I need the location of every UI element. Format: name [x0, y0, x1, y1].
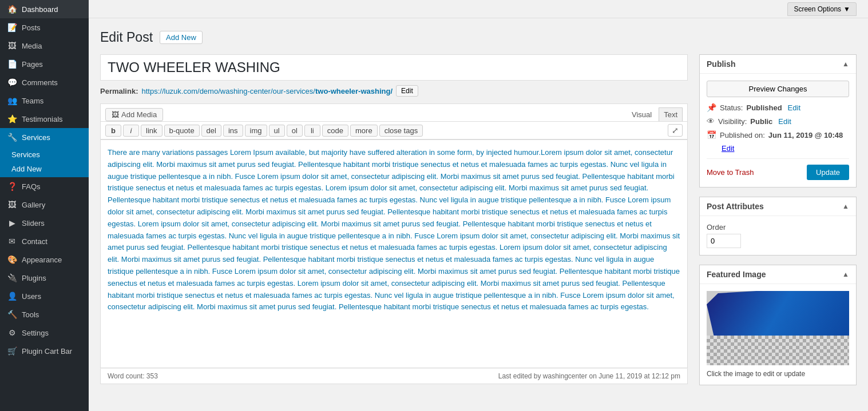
published-edit-link[interactable]: Edit: [722, 144, 734, 153]
featured-image-box: Featured Image ▲ Click the image to edit…: [699, 265, 857, 385]
sidebar-item-label: Tools: [22, 310, 39, 319]
format-bold-button[interactable]: b: [105, 125, 121, 137]
sidebar-item-plugin-cart-bar[interactable]: 🛒 Plugin Cart Bar: [0, 342, 89, 360]
format-toolbar: b i link b-quote del ins img ul ol li co…: [101, 122, 687, 139]
word-count: Word count: 353: [108, 372, 158, 380]
sidebar-item-services[interactable]: 🔧 Services: [0, 128, 89, 146]
sidebar-item-label: FAQs: [22, 182, 41, 191]
contact-icon: ✉: [7, 237, 17, 246]
sidebar-item-gallery[interactable]: 🖼 Gallery: [0, 195, 89, 214]
permalink-row: Permalink: https://luzuk.com/demo/washin…: [100, 85, 688, 97]
sidebar-item-label: Services: [22, 133, 50, 142]
expand-editor-button[interactable]: ⤢: [668, 124, 683, 137]
plugins-icon: 🔌: [7, 273, 17, 282]
featured-image-collapse-arrow[interactable]: ▲: [842, 270, 849, 278]
sidebar-item-label: Teams: [22, 97, 43, 105]
settings-icon: ⚙: [7, 328, 17, 337]
format-ul-button[interactable]: ul: [269, 125, 285, 137]
last-edited: Last edited by washingcenter on June 11,…: [498, 372, 680, 380]
sidebar-item-faqs[interactable]: ❓ FAQs: [0, 177, 89, 195]
sidebar-item-label: Testimonials: [22, 115, 63, 123]
sidebar-item-posts[interactable]: 📝 Posts: [0, 18, 89, 37]
sidebar-item-label: Gallery: [22, 201, 45, 209]
post-attributes-collapse-arrow[interactable]: ▲: [842, 202, 849, 210]
format-more-button[interactable]: more: [350, 125, 378, 137]
permalink-link[interactable]: https://luzuk.com/demo/washing-center/ou…: [141, 87, 393, 95]
format-bquote-button[interactable]: b-quote: [164, 125, 200, 137]
teams-icon: 👥: [7, 96, 17, 105]
sidebar-item-pages[interactable]: 📄 Pages: [0, 55, 89, 73]
status-icon: 📌: [707, 103, 716, 112]
permalink-label: Permalink:: [100, 87, 138, 95]
visibility-label: Visibility:: [718, 117, 747, 126]
featured-image-thumb[interactable]: [707, 291, 849, 365]
permalink-edit-button[interactable]: Edit: [396, 85, 418, 97]
add-new-button[interactable]: Add New: [160, 31, 203, 44]
format-img-button[interactable]: img: [245, 125, 267, 137]
published-label: Published on:: [720, 131, 765, 139]
editor-footer: Word count: 353 Last edited by washingce…: [100, 368, 688, 384]
visibility-row: 👁 Visibility: Public Edit: [707, 117, 849, 126]
sidebar-item-settings[interactable]: ⚙ Settings: [0, 324, 89, 342]
topbar: Screen Options ▼: [89, 0, 868, 18]
publish-actions: Move to Trash Update: [707, 158, 849, 180]
visibility-edit-link[interactable]: Edit: [778, 117, 791, 126]
posts-icon: 📝: [7, 23, 17, 32]
update-button[interactable]: Update: [807, 165, 849, 180]
sidebar-item-label: Sliders: [22, 219, 45, 228]
format-del-button[interactable]: del: [201, 125, 221, 137]
editor-content[interactable]: There are many variations passages Lorem…: [100, 139, 688, 368]
post-attributes-header: Post Attributes ▲: [700, 197, 856, 216]
sidebar-item-dashboard[interactable]: 🏠 Dashboard: [0, 0, 89, 18]
sidebar-item-appearance[interactable]: 🎨 Appearance: [0, 250, 89, 269]
services-all-label: Services: [11, 150, 40, 159]
format-close-tags-button[interactable]: close tags: [379, 125, 423, 137]
move-to-trash-link[interactable]: Move to Trash: [707, 168, 754, 177]
sidebar-item-media[interactable]: 🖼 Media: [0, 37, 89, 55]
sidebar-item-label: Dashboard: [22, 5, 58, 14]
post-editor: Permalink: https://luzuk.com/demo/washin…: [100, 54, 688, 384]
gallery-icon: 🖼: [7, 200, 17, 209]
format-ol-button[interactable]: ol: [287, 125, 303, 137]
format-italic-button[interactable]: i: [123, 125, 139, 137]
post-title-input[interactable]: [100, 54, 688, 81]
sidebar-item-tools[interactable]: 🔨 Tools: [0, 305, 89, 324]
tab-visual[interactable]: Visual: [627, 108, 656, 121]
format-li-button[interactable]: li: [304, 125, 320, 137]
post-body-text: There are many variations passages Lorem…: [108, 147, 680, 313]
sidebar-item-label: Plugins: [22, 274, 46, 282]
add-media-button[interactable]: 🖼 Add Media: [105, 108, 163, 121]
status-edit-link[interactable]: Edit: [788, 103, 800, 112]
users-icon: 👤: [7, 292, 17, 301]
sidebar-item-plugins[interactable]: 🔌 Plugins: [0, 269, 89, 287]
status-label: Status:: [720, 103, 743, 112]
page-title: Edit Post: [100, 30, 153, 45]
sidebar-item-label: Users: [22, 292, 41, 301]
format-ins-button[interactable]: ins: [223, 125, 243, 137]
publish-collapse-arrow[interactable]: ▲: [842, 60, 849, 68]
sidebar-item-label: Appearance: [22, 256, 62, 264]
sidebar-item-comments[interactable]: 💬 Comments: [0, 73, 89, 91]
tab-text[interactable]: Text: [659, 107, 683, 121]
format-code-button[interactable]: code: [322, 125, 348, 137]
sidebar-item-label: Posts: [22, 23, 41, 32]
order-input[interactable]: [707, 234, 741, 248]
sliders-icon: ▶: [7, 218, 17, 228]
post-attributes-box: Post Attributes ▲ Order: [699, 197, 857, 256]
appearance-icon: 🎨: [7, 255, 17, 264]
sidebar-sub-services-add-new[interactable]: Add New: [0, 162, 89, 176]
plugin-cart-bar-icon: 🛒: [7, 346, 17, 356]
preview-changes-button[interactable]: Preview Changes: [707, 81, 849, 97]
comments-icon: 💬: [7, 78, 17, 87]
sidebar-item-sliders[interactable]: ▶ Sliders: [0, 214, 89, 232]
sidebar-sub-services-all[interactable]: Services: [0, 147, 89, 162]
sidebar-item-testimonials[interactable]: ⭐ Testimonials: [0, 110, 89, 128]
sidebar-item-contact[interactable]: ✉ Contact: [0, 232, 89, 250]
sidebar-item-users[interactable]: 👤 Users: [0, 287, 89, 305]
format-link-button[interactable]: link: [141, 125, 162, 137]
sidebar-item-teams[interactable]: 👥 Teams: [0, 91, 89, 110]
sidebar-item-label: Comments: [22, 78, 58, 87]
chevron-down-icon: ▼: [843, 5, 850, 13]
visibility-value: Public: [750, 117, 772, 126]
screen-options-button[interactable]: Screen Options ▼: [787, 2, 857, 16]
